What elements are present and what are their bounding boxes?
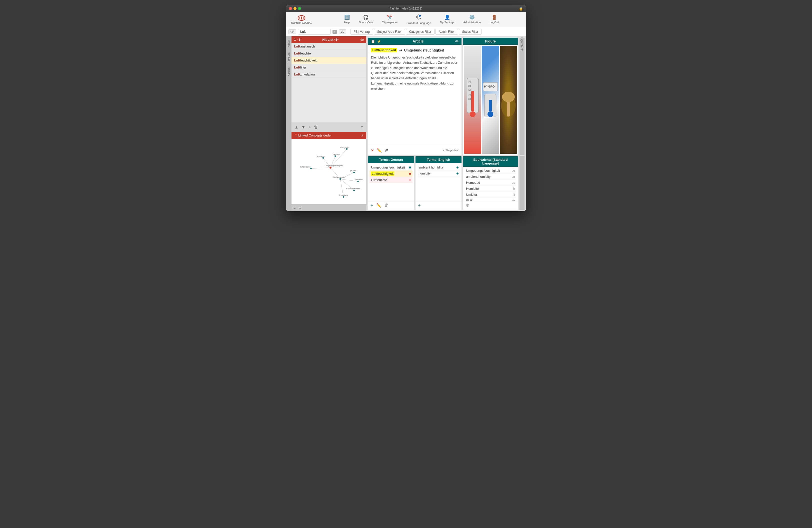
- nav-logout-label: LogOut: [490, 21, 499, 24]
- nav-standard-language[interactable]: Standard Language: [405, 14, 433, 26]
- linked-concepts-graph: Umgebungsfeuchtigkeit Messgeräte AeroSen…: [291, 139, 366, 205]
- close-button[interactable]: [289, 7, 292, 10]
- article-edit-icon[interactable]: ✏️: [377, 148, 382, 153]
- terms-english-list: ambient humidity humidity: [416, 163, 462, 201]
- terms-item-highlighted[interactable]: Luftfeuchtigkeit: [369, 171, 412, 177]
- terms-item-text: humidity: [419, 172, 431, 175]
- terms-german-toolbar: + ✏️ 🗑: [368, 201, 414, 210]
- hitlist-item-selected[interactable]: Luftfeuchtigkeit: [291, 57, 366, 64]
- equiv-item[interactable]: ambient humidity en: [465, 174, 516, 180]
- svg-point-35: [343, 196, 345, 198]
- left-panel: 1 - 5 Hit List *5* de Luftaustausch Luft…: [291, 36, 366, 211]
- nav-logout[interactable]: 🚪 LogOut: [488, 14, 501, 26]
- terms-german-list: Umgebungsfeuchtigkeit Luftfeuchtigkeit L…: [368, 163, 414, 201]
- filter-subject-area[interactable]: Subject Area Filter: [374, 29, 405, 34]
- clip-inspector-icon: ✂️: [387, 15, 392, 20]
- article-copy-icon[interactable]: 📋: [371, 40, 375, 43]
- equiv-item[interactable]: Humedad es: [465, 180, 516, 186]
- terms-item-text: Luftfeuchte: [371, 178, 387, 182]
- toolbar-delete-icon[interactable]: 🗑: [314, 125, 318, 130]
- menu-icon[interactable]: ≡: [293, 206, 295, 210]
- svg-text:Beleuchtung: Beleuchtung: [339, 194, 348, 196]
- terms-item[interactable]: humidity: [417, 171, 460, 176]
- equiv-lang: es: [512, 181, 515, 185]
- hitlist-item[interactable]: Luftfilter: [291, 64, 366, 71]
- svg-text:Messgeräte: Messgeräte: [340, 146, 349, 148]
- stageview-link[interactable]: ∧ StageView: [443, 149, 459, 152]
- toolbar-add-icon[interactable]: +: [308, 125, 311, 130]
- minimize-button[interactable]: [293, 7, 296, 10]
- svg-text:30: 30: [468, 93, 471, 96]
- hitlist-item[interactable]: Luftaustausch: [291, 43, 366, 50]
- article-wikipedia-icon[interactable]: W: [385, 148, 388, 152]
- nav-clip-inspector[interactable]: ✂️ ClipInspector: [380, 14, 400, 26]
- toolbar-list-icon[interactable]: ≡: [361, 125, 363, 130]
- side-tab-hitlist[interactable]: Hit List: [287, 37, 291, 50]
- equiv-item[interactable]: 湿度 zh: [465, 198, 516, 201]
- app-body: Hit List Term List Kanban 1 - 5 Hit List…: [286, 36, 526, 211]
- nav-my-settings-label: My Settings: [440, 21, 454, 24]
- equiv-item[interactable]: Umidità it: [465, 192, 516, 198]
- window-title: flashterm-dev (vs12261): [390, 7, 422, 10]
- svg-text:AeroSense: AeroSense: [317, 156, 325, 157]
- toolbar-down-icon[interactable]: ▼: [302, 125, 305, 130]
- equiv-info: i de: [509, 169, 515, 173]
- filter-admin[interactable]: Admin Filter: [435, 29, 458, 34]
- side-tab-kanban[interactable]: Kanban: [287, 65, 291, 78]
- linked-concepts-lang: de: [327, 133, 331, 137]
- terms-add-icon[interactable]: +: [371, 203, 373, 208]
- maximize-button[interactable]: [298, 7, 301, 10]
- search-clear-button[interactable]: ×: [333, 30, 337, 34]
- filter-categories[interactable]: Categories Filter: [406, 29, 435, 34]
- item-highlight: Luft: [294, 52, 300, 55]
- help-icon: ℹ️: [344, 15, 350, 20]
- article-pin-icon[interactable]: ✕: [371, 148, 374, 152]
- equiv-lang: fr: [513, 187, 515, 191]
- tab-meta[interactable]: Meta: [519, 45, 525, 52]
- hitlist-item[interactable]: Luftfeuchte: [291, 50, 366, 57]
- filter-fs-vortrag[interactable]: FS | Vortrag: [350, 29, 373, 34]
- equiv-term: Umgebungsfeuchtigkeit: [466, 169, 500, 173]
- network-icon[interactable]: ⊕: [299, 206, 302, 210]
- svg-point-17: [330, 166, 332, 168]
- terms-edit-icon[interactable]: ✏️: [376, 203, 381, 208]
- nav-my-settings[interactable]: 👤 My Settings: [438, 14, 456, 26]
- svg-text:pH-Wert: pH-Wert: [350, 170, 356, 172]
- filter-status[interactable]: Status Filter: [459, 29, 481, 34]
- toolbar-up-icon[interactable]: ▲: [294, 125, 299, 130]
- nav-booth-view[interactable]: 🎧 Booth View: [357, 14, 375, 26]
- equivalents-panel: Equivalents [Standard Language] Umgebung…: [463, 156, 518, 210]
- hitlist-header: 1 - 5 Hit List *5* de: [291, 36, 366, 43]
- tab-figure[interactable]: Figure: [519, 37, 525, 45]
- svg-point-27: [339, 178, 341, 180]
- nav-administration[interactable]: ⚙️ Administration: [461, 14, 483, 26]
- titlebar: flashterm-dev (vs12261) 🔒: [286, 5, 526, 12]
- figure-image-2[interactable]: HYGRO: [482, 46, 499, 154]
- equiv-asterisk-icon[interactable]: ✱: [465, 203, 469, 208]
- nav-help[interactable]: ℹ️ Help: [342, 14, 352, 26]
- nav-items: ℹ️ Help 🎧 Booth View ✂️ ClipInspector: [322, 14, 521, 26]
- expand-icon[interactable]: ⤢: [361, 133, 364, 137]
- item-suffix: zirkulation: [300, 73, 315, 76]
- terms-item[interactable]: Umgebungsfeuchtigkeit: [369, 164, 412, 171]
- figure-image-3[interactable]: [500, 46, 517, 154]
- search-input[interactable]: [298, 29, 331, 34]
- terms-item[interactable]: Luftfeuchte: [369, 177, 412, 183]
- equiv-item[interactable]: Humidité fr: [465, 186, 516, 192]
- svg-text:30: 30: [468, 80, 471, 83]
- hitlist-item[interactable]: Luftzirkulation: [291, 71, 366, 78]
- terms-german-header: Terms: German: [368, 156, 414, 163]
- figure-panel: Figure 30 30 30 30: [463, 38, 518, 155]
- item-suffix: filter: [300, 65, 306, 69]
- equiv-item[interactable]: Umgebungsfeuchtigkeit i de: [465, 168, 516, 174]
- svg-text:30: 30: [468, 89, 471, 91]
- terms-item[interactable]: ambient humidity: [417, 164, 460, 171]
- terms-add-icon[interactable]: +: [418, 203, 421, 208]
- standard-language-icon: [416, 15, 421, 21]
- article-flash-icon[interactable]: ⚡: [377, 40, 381, 43]
- terms-delete-icon[interactable]: 🗑: [384, 203, 388, 208]
- side-tab-termlist[interactable]: Term List: [287, 50, 291, 65]
- article-toolbar: ✕ ✏️ W ∧ StageView: [368, 146, 462, 155]
- figure-image-1[interactable]: 30 30 30 30 30: [464, 46, 481, 154]
- nav-help-label: Help: [344, 21, 350, 24]
